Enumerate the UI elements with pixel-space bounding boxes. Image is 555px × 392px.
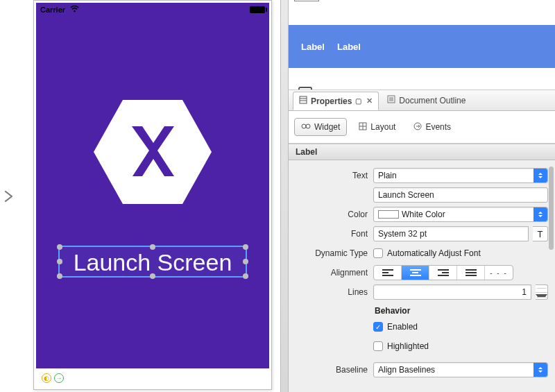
resize-handle[interactable] [243,244,248,250]
exit-icon[interactable]: → [54,373,64,383]
battery-icon [250,6,265,13]
app-logo-icon [94,100,212,204]
prop-label-alignment: Alignment [296,268,368,278]
lines-stepper[interactable] [536,284,548,300]
prop-label-font: Font [296,229,368,239]
select-value: Align Baselines [378,365,435,375]
device-screen[interactable]: Carrier Launch Screen [36,3,269,368]
checkbox-label: Automatically Adjust Font [387,248,481,258]
resize-handle[interactable] [243,273,248,279]
prop-label-color: Color [296,210,368,219]
align-justify-button[interactable] [457,266,485,280]
section-header-label: Label [289,144,555,160]
prop-label-baseline: Baseline [296,365,368,375]
vertical-scrollbar[interactable] [549,167,554,250]
toolbox-item-button[interactable]: Button [294,0,352,1]
toolbox-item-label-selected[interactable]: Label Label [289,25,555,68]
resize-handle[interactable] [57,273,62,279]
svg-point-0 [74,10,76,12]
toolbox-item-peek [298,87,312,90]
selection-box[interactable] [58,246,247,278]
toolbox-label-1: Label [301,42,325,52]
scene-dock-icon[interactable]: ◐ [42,373,51,383]
properties-icon [299,96,307,106]
align-natural-button[interactable]: - - - [485,266,513,280]
checkbox-label: Enabled [387,322,418,332]
align-left-button[interactable] [374,266,402,280]
color-swatch-icon [378,210,399,219]
outline-icon [387,95,395,105]
panel-tab-bar: Properties ▢ ✕ Document Outline [289,90,555,111]
properties-form: Text Plain Launch Screen Color [289,160,555,380]
pin-icon[interactable]: ▢ [355,97,361,105]
svg-point-10 [306,124,310,128]
behavior-header: Behavior [375,306,548,316]
ios-status-bar: Carrier [36,3,269,17]
subtab-label: Widget [314,122,340,132]
font-picker-button[interactable]: T [533,226,548,241]
subtab-layout[interactable]: Layout [352,119,402,136]
chevron-updown-icon [533,363,547,377]
device-frame: Carrier Launch Screen [33,0,272,390]
vertical-splitter[interactable] [280,0,289,392]
prop-label-dyntype: Dynamic Type [296,248,368,258]
events-icon [413,122,422,133]
toolbox-label-2: Label [337,42,361,52]
chevron-updown-icon [533,207,547,221]
lines-input[interactable]: 1 [373,284,531,300]
resize-handle[interactable] [150,244,155,250]
tab-document-outline[interactable]: Document Outline [382,92,471,109]
chevron-updown-icon [533,169,547,182]
carrier-label: Carrier [40,6,65,14]
subtab-label: Layout [370,122,395,132]
section-header-text: Label [296,147,317,157]
subtab-events[interactable]: Events [407,119,457,136]
design-canvas[interactable]: Carrier Launch Screen [18,0,280,392]
prop-label-text: Text [296,171,368,180]
carrier-text: Carrier [40,6,79,14]
chevron-down-icon [536,294,547,298]
widget-icon [301,122,311,132]
subtab-widget[interactable]: Widget [294,118,347,136]
svg-point-9 [302,124,306,128]
resize-handle[interactable] [57,259,62,264]
font-input[interactable]: System 32 pt [373,226,529,241]
layout-icon [359,122,367,133]
resize-handle[interactable] [57,244,62,250]
tab-label: Properties [311,96,352,106]
resize-handle[interactable] [243,259,248,264]
input-value: 1 [522,287,527,297]
alignment-segmented: - - - [373,265,513,280]
tab-label: Document Outline [399,96,466,105]
right-panel: Button Label Label Properties ▢ ✕ [289,0,555,392]
stepper-up[interactable] [536,285,547,293]
subtab-label: Events [425,122,451,132]
text-value-input[interactable]: Launch Screen [373,187,548,203]
align-right-button[interactable] [429,266,457,280]
button-glyph-icon [294,0,319,1]
resize-handle[interactable] [150,273,155,279]
checkbox-label: Highlighted [387,341,429,351]
stepper-down[interactable] [536,293,547,300]
prop-label-lines: Lines [296,287,368,297]
input-value: System 32 pt [378,229,427,239]
select-value: White Color [402,210,445,219]
dashes-icon: - - - [490,269,508,277]
svg-rect-2 [300,96,307,103]
enabled-checkbox[interactable]: ✓ [373,322,383,332]
wifi-icon [70,6,79,14]
baseline-select[interactable]: Align Baselines [373,362,548,377]
scene-footer: ◐ → [36,369,269,387]
toolbox-panel: Button Label Label [289,0,555,90]
select-value: Plain [378,171,397,180]
text-mode-select[interactable]: Plain [373,168,548,183]
font-icon: T [538,229,543,239]
color-select[interactable]: White Color [373,207,548,222]
close-icon[interactable]: ✕ [366,96,373,105]
tab-properties[interactable]: Properties ▢ ✕ [293,92,379,110]
highlighted-checkbox[interactable] [373,341,383,351]
dyntype-checkbox[interactable] [373,248,383,258]
align-center-button[interactable] [402,266,429,280]
expand-arrow[interactable] [0,0,18,392]
input-value: Launch Screen [378,190,434,200]
